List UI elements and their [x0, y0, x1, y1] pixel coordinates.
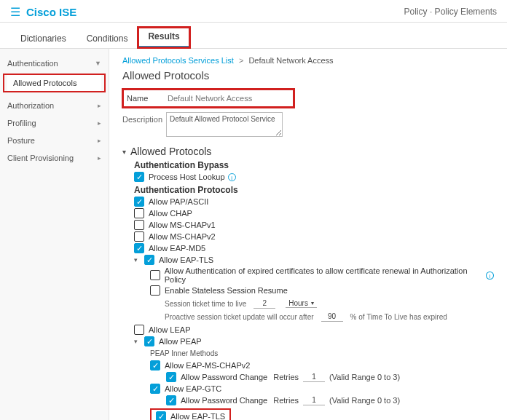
breadcrumb-current: Default Network Access [248, 56, 333, 65]
checkbox-allow-pap[interactable] [134, 197, 144, 207]
brand-title: Cisco ISE [26, 6, 76, 18]
checkbox-label: Allow MS-CHAPv2 [149, 232, 216, 241]
checkbox-allow-eapmd5[interactable] [134, 243, 144, 253]
checkbox-label: Enable Stateless Session Resume [165, 286, 288, 295]
checkbox-allow-peap[interactable] [144, 336, 154, 346]
proactive-value[interactable] [321, 312, 343, 322]
chevron-down-icon: ▼ [95, 60, 101, 67]
ticket-ttl-label: Session ticket time to live [165, 300, 246, 308]
checkbox-inner-eap-tls[interactable] [156, 411, 166, 420]
chevron-right-icon: ▸ [98, 119, 101, 127]
sidebar-item-allowed-protocols[interactable]: Allowed Protocols [7, 75, 101, 91]
chevron-right-icon: ▸ [98, 102, 101, 109]
chevron-right-icon: ▸ [98, 137, 101, 144]
checkbox-label: Allow Password Change [181, 373, 267, 381]
sidebar-item-label: Profiling [7, 119, 36, 127]
checkbox-label: Allow Authentication of expired certific… [165, 266, 484, 284]
page-path: Policy · Policy Elements [404, 7, 497, 17]
collapse-toggle[interactable]: ▾ [134, 256, 141, 264]
checkbox-label: Allow PAP/ASCII [149, 197, 208, 206]
retries-range: (Valid Range 0 to 3) [329, 396, 400, 405]
checkbox-allow-chap[interactable] [134, 208, 144, 218]
subhead-peap-inner: PEAP Inner Methods [150, 349, 494, 357]
menu-icon[interactable]: ☰ [10, 5, 20, 19]
tab-results[interactable]: Results [138, 27, 189, 48]
checkbox-allow-password-change-2[interactable] [166, 395, 176, 405]
sidebar-item-authentication[interactable]: Authentication ▼ [0, 55, 109, 72]
sidebar-item-label: Posture [7, 136, 35, 145]
proactive-label-post: % of Time To Live has expired [350, 313, 447, 321]
checkbox-allow-mschapv2[interactable] [134, 231, 144, 242]
retries-range: (Valid Range 0 to 3) [329, 373, 400, 381]
checkbox-label: Allow EAP-TLS [170, 412, 225, 420]
page-title: Allowed Protocols [122, 69, 494, 82]
checkbox-label: Allow EAP-TLS [159, 255, 213, 264]
sidebar-item-posture[interactable]: Posture ▸ [0, 132, 109, 149]
subhead-auth-bypass: Authentication Bypass [134, 160, 494, 170]
breadcrumb-parent[interactable]: Allowed Protocols Services List [122, 56, 234, 65]
tab-conditions[interactable]: Conditions [76, 29, 138, 48]
checkbox-label: Process Host Lookup [149, 173, 225, 181]
checkbox-expired-cert-renew[interactable] [150, 270, 160, 280]
sidebar-item-label: Authorization [7, 101, 54, 110]
checkbox-label: Allow EAP-MD5 [149, 244, 205, 253]
description-field[interactable]: Default Allowed Protocol Service [166, 112, 283, 137]
sidebar-item-client-provisioning[interactable]: Client Provisioning ▸ [0, 149, 109, 167]
breadcrumb: Allowed Protocols Services List > Defaul… [122, 56, 494, 65]
checkbox-label: Allow Password Change [181, 396, 267, 405]
proactive-label-pre: Proactive session ticket update will occ… [165, 313, 314, 321]
checkbox-eap-gtc[interactable] [150, 384, 160, 394]
ticket-ttl-unit[interactable]: Hours▾ [286, 299, 317, 308]
retries-label: Retries [273, 373, 299, 381]
retries-label: Retries [273, 396, 299, 405]
checkbox-allow-eaptls[interactable] [144, 255, 154, 265]
sidebar-item-label: Authentication [7, 59, 58, 68]
tab-dictionaries[interactable]: Dictionaries [10, 29, 76, 48]
retries-value-2[interactable] [303, 395, 325, 405]
collapse-toggle[interactable]: ▾ [134, 338, 141, 345]
checkbox-label: Allow MS-CHAPv1 [149, 221, 216, 229]
checkbox-label: Allow EAP-GTC [165, 384, 221, 393]
info-icon[interactable]: i [486, 272, 494, 280]
checkbox-allow-password-change-1[interactable] [166, 372, 176, 382]
ticket-ttl-value[interactable] [254, 298, 275, 309]
checkbox-allow-mschapv1[interactable] [134, 220, 144, 230]
name-field[interactable]: Default Network Access [162, 92, 290, 105]
checkbox-label: Allow EAP-MS-CHAPv2 [165, 361, 250, 370]
sidebar-item-profiling[interactable]: Profiling ▸ [0, 114, 109, 132]
collapse-toggle[interactable]: ▾ [122, 148, 126, 156]
checkbox-allow-leap[interactable] [134, 325, 144, 335]
checkbox-label: Allow CHAP [149, 209, 192, 218]
info-icon[interactable]: i [228, 173, 236, 181]
subhead-auth-protocols: Authentication Protocols [134, 185, 494, 195]
sidebar-item-authorization[interactable]: Authorization ▸ [0, 97, 109, 114]
chevron-right-icon: ▸ [98, 154, 101, 162]
checkbox-stateless-resume[interactable] [150, 285, 160, 296]
sidebar-item-label: Client Provisioning [7, 154, 74, 162]
name-label: Name [127, 94, 162, 103]
retries-value-1[interactable] [303, 372, 325, 382]
section-title: Allowed Protocols [130, 146, 211, 157]
checkbox-label: Allow LEAP [149, 325, 190, 334]
checkbox-peap-mschapv2[interactable] [150, 360, 160, 371]
checkbox-label: Allow PEAP [159, 337, 202, 346]
checkbox-process-host-lookup[interactable] [134, 172, 144, 182]
description-label: Description [122, 112, 166, 124]
